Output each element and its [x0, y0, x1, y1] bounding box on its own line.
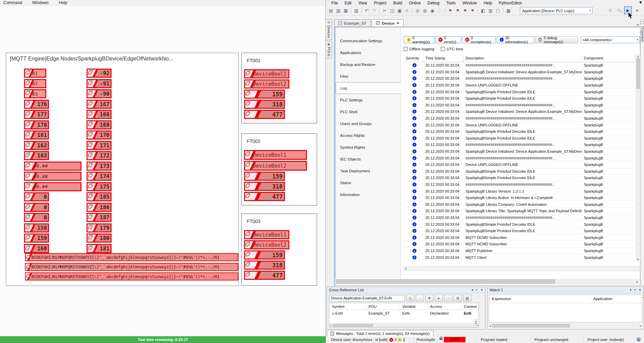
menu-item[interactable]: File — [328, 1, 341, 5]
scrollbar-thumb[interactable] — [492, 324, 570, 327]
stop-button[interactable]: ■ — [633, 7, 641, 14]
goto-declaration-button[interactable]: → — [416, 295, 424, 301]
sidebar-item[interactable]: PLC Shell — [336, 106, 401, 118]
close-icon[interactable]: ✕ — [639, 288, 641, 292]
tag[interactable]: 186 — [87, 203, 112, 212]
sidebar-item[interactable]: PLC Settings — [336, 94, 401, 106]
sidebar-item[interactable]: Applications — [336, 47, 401, 58]
tag[interactable]: 174 — [87, 172, 112, 181]
cross-reference-search-input[interactable]: Device.Application.Example_ST.EoN — [329, 295, 405, 301]
log-row[interactable]: 20.12.2020 00:33:04 ####################… — [404, 75, 635, 82]
menu-item[interactable]: Tools — [443, 1, 459, 5]
scroll-down-icon[interactable]: ▼ — [475, 322, 477, 325]
grid-horizontal-scrollbar[interactable]: ◂ ▸ — [329, 323, 479, 327]
side-tab[interactable]: ▣ POUs — [326, 41, 332, 58]
tag[interactable]: 175 — [87, 182, 112, 191]
tag-number[interactable]: 477 — [244, 192, 285, 201]
scrollbar-thumb[interactable] — [333, 324, 373, 327]
tag[interactable]: -90 — [87, 89, 112, 98]
tag[interactable]: 185 — [87, 192, 112, 201]
log-row[interactable]: 20.12.2020 00:33:04 SparkplugBSimple Pro… — [404, 221, 635, 228]
log-row[interactable]: 20.12.2020 00:33:04 SparkplugBSimple Pro… — [404, 128, 635, 135]
tag[interactable]: #0.## — [24, 162, 81, 171]
column-header[interactable]: Context — [461, 303, 479, 310]
sep[interactable] — [445, 7, 445, 14]
menu-item[interactable]: Help — [480, 1, 496, 5]
tag-number[interactable]: 159 — [244, 90, 285, 99]
tag[interactable]: 168 — [87, 110, 112, 119]
scroll-left-icon[interactable]: ◂ — [490, 324, 491, 327]
sidebar-item[interactable]: Files — [336, 70, 401, 82]
column-header[interactable]: Application — [591, 297, 640, 301]
bookmark-prev-icon[interactable]: ⚑ — [461, 7, 469, 14]
tag[interactable]: #0.## — [24, 172, 81, 181]
tag[interactable]: 187 — [87, 213, 112, 222]
library-manager-icon[interactable]: ▩ — [505, 7, 512, 14]
log-row[interactable]: 20.12.2020 00:33:04 ####################… — [404, 215, 635, 221]
sep[interactable] — [361, 7, 362, 14]
log-row[interactable]: 20.12.2020 00:33:04 ####################… — [404, 115, 635, 122]
tag-bool[interactable]: DeviceBool2 — [244, 240, 289, 249]
checkbox[interactable] — [441, 47, 445, 51]
log-row[interactable]: 20.12.2020 00:33:04 Device.UNPLUGGED.OFF… — [404, 122, 635, 128]
tag[interactable]: 179 — [87, 223, 112, 232]
scroll-right-icon[interactable]: ▸ — [640, 324, 641, 327]
sidebar-item[interactable]: Users and Groups — [336, 118, 401, 129]
log-horizontal-scrollbar[interactable]: ◂ — [404, 266, 640, 271]
scroll-up-icon[interactable]: ▲ — [637, 55, 639, 57]
tag[interactable]: 167 — [87, 100, 112, 109]
tag[interactable]: 176 — [24, 100, 49, 109]
new-icon[interactable]: ▤ — [327, 7, 335, 14]
sidebar-item[interactable]: Status — [336, 177, 401, 189]
scroll-right-icon[interactable]: ▸ — [637, 280, 639, 283]
log-row[interactable]: 20.12.2020 00:33:04 SparkplugB Device In… — [404, 148, 635, 155]
tag-number[interactable]: 318 — [244, 182, 285, 191]
application-combo[interactable]: Application [Device: PLC Logic] ▾ — [520, 7, 593, 14]
tab-device[interactable]: Device ✕ — [372, 19, 404, 27]
sidebar-item[interactable]: Task Deployment — [336, 165, 401, 177]
log-filter-button[interactable]: 0 error(s) — [435, 36, 461, 43]
log-row[interactable]: 20.12.2020 00:33:04 SparkplugB Device In… — [404, 69, 635, 76]
scroll-left-icon[interactable]: ◂ — [405, 267, 406, 270]
tag[interactable]: -92 — [87, 69, 112, 78]
tag-number[interactable]: 477 — [244, 110, 285, 119]
properties-strip[interactable]: Properties — [640, 19, 644, 286]
log-row[interactable]: 20.12.2020 00:33:04 SparkplugB Library T… — [404, 208, 635, 215]
log-row[interactable]: 20.12.2020 00:33:04 SparkplugBSimple Pro… — [404, 89, 635, 95]
expand-button[interactable]: ▸ — [435, 295, 443, 301]
tab-list-icon[interactable]: ▾ — [637, 23, 640, 27]
tag[interactable]: 159 — [24, 234, 49, 243]
column-header[interactable]: Variable — [400, 303, 427, 310]
sidebar-item[interactable]: Log — [336, 82, 401, 94]
incremental-search-icon[interactable]: ◍ — [421, 7, 429, 14]
side-tab[interactable]: ⚙ Devices — [326, 19, 332, 40]
log-row[interactable]: 20.12.2020 00:33:04 MQTT NCMD Subscriber… — [404, 241, 635, 248]
menu-item[interactable]: PythonEditor — [495, 1, 525, 5]
redo-icon[interactable]: ↷ — [371, 7, 378, 14]
grid-vertical-scrollbar[interactable]: ▲ ▼ — [474, 319, 478, 325]
tag[interactable]: 162 — [24, 141, 49, 150]
tag-number[interactable]: 159 — [244, 250, 285, 260]
tag-number[interactable]: 159 — [244, 172, 285, 181]
tag[interactable]: B2 — [24, 79, 46, 88]
log-row[interactable]: 20.12.2020 00:33:04 SparkplugBSimple Pro… — [404, 168, 635, 175]
filter-button[interactable]: ▼ — [425, 295, 433, 301]
tag[interactable]: 161 — [24, 130, 49, 140]
log-row[interactable]: 20.12.2020 00:33:04 ####################… — [404, 181, 635, 188]
column-header[interactable]: Access — [427, 303, 461, 310]
log-row[interactable]: 20.12.2020 00:33:04 Device.UNPLUGGED.OFF… — [404, 82, 635, 89]
print-button[interactable]: ▨ — [463, 295, 471, 301]
paste-icon[interactable]: ▣ — [396, 7, 403, 14]
bookmark-next-icon[interactable]: ⚑ — [454, 7, 461, 14]
log-row[interactable]: 20.12.2020 00:33:04 SparkplugBSimple Pro… — [404, 95, 635, 102]
log-row[interactable]: 20.12.2020 00:33:04 SparkplugBSimple Pro… — [404, 175, 635, 181]
scrollbar-thumb[interactable] — [336, 279, 555, 284]
log-row[interactable]: 20.12.2020 00:33:04 ####################… — [404, 142, 635, 148]
tag-bool[interactable]: DeviceBool2 — [244, 79, 289, 89]
pin-icon[interactable]: ⟂ — [634, 288, 636, 292]
checkbox[interactable] — [404, 47, 408, 51]
log-row[interactable]: 20.12.2020 00:33:04 SparkplugBSimple Pro… — [404, 228, 635, 235]
send-to-editor-button[interactable]: ⊞ — [454, 295, 462, 301]
log-option[interactable]: Offline logging — [404, 47, 434, 51]
column-header[interactable]: Description — [463, 54, 582, 62]
